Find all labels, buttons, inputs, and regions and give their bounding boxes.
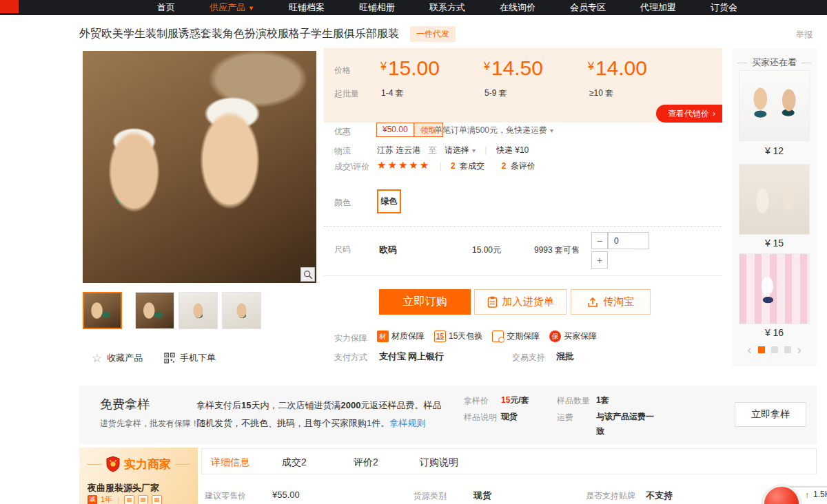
guarantee-15day[interactable]: 1515天包换: [434, 330, 482, 342]
source-type-value: 现货: [473, 490, 491, 502]
credential-icon-2: [138, 495, 148, 504]
pager-next-icon[interactable]: ›: [797, 343, 802, 356]
sidebar-product-1-image[interactable]: [739, 70, 810, 141]
deal-count-link[interactable]: 套成交: [460, 161, 484, 171]
sidebar-product-1-price: ¥ 12: [732, 145, 817, 156]
sample-note-label: 样品说明: [464, 412, 497, 423]
guarantee-material[interactable]: 材材质保障: [377, 330, 425, 342]
sidebar-title: 买家还在看: [732, 56, 817, 69]
pager-prev-icon[interactable]: ‹: [747, 343, 751, 356]
tab-order-notes[interactable]: 订购说明: [420, 456, 458, 469]
quantity-input[interactable]: [608, 232, 649, 249]
sidebar-product-2-image[interactable]: [739, 164, 810, 235]
tab-detail-info[interactable]: 详细信息: [211, 456, 249, 469]
clipboard-icon: [487, 296, 498, 308]
chevron-down-icon: ▾: [550, 127, 553, 134]
quantity-minus-button[interactable]: −: [591, 232, 608, 249]
promo-label: 优惠: [334, 126, 351, 138]
main-product-image[interactable]: [83, 51, 316, 283]
detail-tabs-bar: 详细信息 成交2 评价2 订购说明: [201, 448, 817, 474]
sample-ship-value-line1: 与该产品运费一: [596, 411, 654, 423]
divider: |: [117, 496, 119, 504]
product-detail-panel: 价格 ¥15.00 ¥14.50 ¥14.00 起批量 1-4 套 5-9 套 …: [324, 48, 722, 372]
thumbnail-4[interactable]: [222, 292, 261, 329]
quantity-plus-button[interactable]: +: [591, 251, 608, 269]
size-name: 欧码: [379, 244, 397, 256]
get-sample-button[interactable]: 立即拿样: [735, 402, 806, 427]
shield-bull-icon: [106, 456, 120, 472]
logistics-label: 物流: [334, 145, 351, 157]
sample-ship-label: 运费: [557, 412, 573, 423]
guarantee-label: 实力保障: [334, 333, 367, 344]
moq-value-2: 5-9 套: [484, 87, 507, 99]
ship-from: 江苏 连云港: [377, 145, 420, 155]
guarantee-delivery-label: 交期保障: [507, 330, 540, 342]
seller-name: 夜曲服装源头厂家: [88, 482, 159, 494]
favorite-label: 收藏产品: [107, 352, 143, 364]
magnifier-icon[interactable]: [300, 267, 315, 282]
credential-icon-3: [152, 495, 162, 504]
speed-value: 1.5K: [813, 490, 827, 499]
nav-agent-join[interactable]: 代理加盟: [640, 1, 676, 14]
divider: [324, 275, 722, 276]
mobile-order-button[interactable]: 手机下单: [164, 352, 216, 364]
promo-description-text: 单笔订单满500元，免快递运费: [434, 125, 547, 135]
thumbnail-3[interactable]: [178, 292, 218, 329]
tab-reviews[interactable]: 评价2: [354, 456, 378, 469]
guarantee-delivery[interactable]: 交期保障: [492, 330, 540, 342]
thumbnail-1[interactable]: [83, 292, 122, 329]
price-tier-2: ¥14.50: [484, 56, 543, 80]
chevron-down-icon: ▼: [248, 5, 254, 12]
nav-inquiry[interactable]: 在线询价: [500, 1, 535, 14]
price-tier-1: ¥15.00: [380, 56, 440, 80]
sample-ship-value-line2: 致: [596, 426, 604, 437]
consign-price-button[interactable]: 查看代销价›: [656, 105, 722, 123]
nav-contact[interactable]: 联系方式: [429, 1, 465, 14]
nav-supply-products-label: 供应产品: [210, 2, 245, 12]
guarantee-buyer[interactable]: 保买家保障: [549, 330, 597, 342]
nav-shop-profile[interactable]: 旺铺档案: [289, 1, 325, 14]
order-now-button[interactable]: 立即订购: [379, 289, 471, 315]
currency-symbol: ¥: [588, 61, 594, 72]
free-sample-band: 免费拿样 进货先拿样，批发有保障！ 拿样支付后15天内，二次店铺进货满2000元…: [79, 386, 817, 444]
destination-value: 请选择: [445, 145, 469, 155]
nav-shop-album[interactable]: 旺铺相册: [359, 1, 395, 14]
pager-dot-3[interactable]: [784, 346, 791, 353]
nav-home[interactable]: 首页: [157, 1, 175, 14]
sidebar-pager: ‹ ›: [732, 343, 817, 356]
sample-rule-link[interactable]: 拿样规则: [389, 418, 425, 428]
nav-supply-products[interactable]: 供应产品▼: [210, 1, 254, 14]
pager-dot-2[interactable]: [771, 346, 778, 353]
thumbnail-2[interactable]: [135, 292, 174, 329]
sample-price-value: 15元/套: [501, 395, 529, 406]
guarantee-badges: 材材质保障 1515天包换 交期保障 保买家保障: [377, 330, 597, 342]
sidebar-product-3-image[interactable]: [739, 253, 810, 324]
review-count-link[interactable]: 条评价: [511, 161, 535, 171]
nav-order-fair[interactable]: 订货会: [711, 1, 737, 14]
destination-select[interactable]: 请选择▾: [445, 145, 476, 155]
nav-member-zone[interactable]: 会员专区: [570, 1, 606, 14]
sidebar-product-2-price: ¥ 15: [732, 238, 817, 249]
payment-label: 支付方式: [334, 352, 367, 364]
sample-terms-line2: 随机发货，不挑色、挑码，且每个买家限购1件。拿样规则: [196, 417, 425, 430]
tab-deals[interactable]: 成交2: [282, 456, 307, 469]
pager-dot-1[interactable]: [758, 346, 765, 353]
price-value-3: 14.00: [595, 56, 647, 79]
promo-description[interactable]: 单笔订单满500元，免快递运费▾: [434, 125, 553, 136]
color-option-green[interactable]: 绿色: [377, 189, 401, 213]
add-to-purchase-list-button[interactable]: 加入进货单: [474, 289, 566, 315]
upload-icon: [587, 297, 598, 308]
mobile-order-label: 手机下单: [180, 352, 216, 364]
price-value-1: 15.00: [388, 56, 440, 79]
recording-indicator: [0, 0, 19, 13]
member-years: 1年: [101, 494, 112, 504]
send-to-taobao-button[interactable]: 传淘宝: [571, 289, 651, 315]
favorite-button[interactable]: ☆ 收藏产品: [92, 352, 143, 364]
qr-code-icon: [164, 353, 175, 364]
page-title: 外贸欧美学生装制服诱惑套装角色扮演校服格子学生服俱乐部服装: [79, 27, 399, 41]
report-link[interactable]: 举报: [796, 29, 813, 41]
deal-count: 2: [451, 161, 456, 171]
strength-seller-label: 实力商家: [124, 456, 171, 472]
payment-method-ebank: 网上银行: [408, 350, 444, 363]
coupon[interactable]: ¥50.00 领取: [376, 123, 443, 137]
